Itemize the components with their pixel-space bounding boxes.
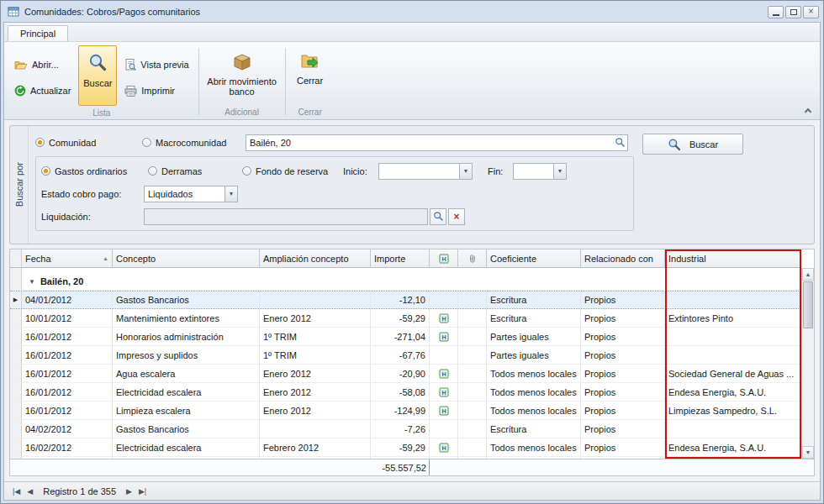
row-indicator: ▶ bbox=[10, 291, 22, 308]
cell-fecha: 16/02/2012 bbox=[22, 438, 113, 456]
radio-fondo-reserva[interactable]: Fondo de reserva bbox=[242, 166, 343, 176]
vista-previa-button[interactable]: Vista previa bbox=[119, 55, 194, 75]
chevron-down-icon[interactable]: ▼ bbox=[459, 164, 472, 179]
table-row[interactable]: 16/01/2012Impresos y suplidos1º TRIM-67,… bbox=[10, 346, 814, 365]
column-header-importe[interactable]: Importe bbox=[371, 249, 430, 268]
cell-fecha: 16/02/2012 bbox=[22, 457, 113, 459]
column-label: Industrial bbox=[668, 254, 706, 264]
column-header-ampliacion[interactable]: Ampliación concepto bbox=[260, 249, 371, 268]
cell-concepto: Mantenimiento extintores bbox=[113, 309, 260, 327]
panel-buscar-button[interactable]: Buscar bbox=[642, 134, 743, 155]
ribbon-group-cerrar: Cerrar Cerrar bbox=[287, 44, 334, 119]
buscar-button[interactable]: Buscar bbox=[78, 45, 117, 106]
table-row[interactable]: 16/02/2012Electricidad escaleraFebrero 2… bbox=[10, 438, 814, 457]
estado-combo[interactable]: Liquidados ▼ bbox=[144, 186, 238, 202]
radio-derramas[interactable]: Derramas bbox=[148, 166, 242, 176]
chevron-down-icon[interactable]: ▼ bbox=[553, 164, 566, 179]
cell-fecha: 16/01/2012 bbox=[22, 402, 113, 419]
chevron-down-icon[interactable]: ▼ bbox=[224, 186, 237, 202]
liquidacion-search-button[interactable] bbox=[430, 208, 446, 225]
liquidacion-clear-button[interactable]: × bbox=[448, 208, 465, 225]
abrir-movimiento-banco-button[interactable]: Abrir movimiento banco bbox=[204, 45, 280, 106]
bank-box-icon bbox=[232, 52, 252, 71]
cell-doc: H bbox=[430, 309, 458, 327]
liquidacion-input[interactable] bbox=[144, 208, 428, 225]
fin-date-picker[interactable]: ▼ bbox=[513, 163, 567, 180]
previous-record-button[interactable]: ◀ bbox=[24, 487, 36, 496]
table-row[interactable]: 04/02/2012Gastos Bancarios-7,26Escritura… bbox=[10, 420, 814, 438]
chevron-up-icon bbox=[805, 108, 811, 114]
cell-concepto: Gastos Bancarios bbox=[113, 420, 260, 438]
document-icon: H bbox=[439, 332, 449, 342]
results-grid: Fecha ▲ Concepto Ampliación concepto Imp… bbox=[9, 249, 815, 476]
grid-header: Fecha ▲ Concepto Ampliación concepto Imp… bbox=[10, 249, 814, 268]
comunidad-value: Bailén, 20 bbox=[250, 138, 612, 148]
cell-coeficiente: Todos menos locales bbox=[487, 365, 581, 382]
vertical-scrollbar[interactable]: ▲ ▼ bbox=[801, 268, 814, 459]
last-record-button[interactable]: ▶| bbox=[135, 487, 150, 496]
close-button[interactable]: × bbox=[803, 6, 819, 18]
table-row[interactable]: 16/01/2012Electricidad escaleraEnero 201… bbox=[10, 383, 814, 402]
column-header-adjunto[interactable] bbox=[458, 249, 487, 268]
radio-gastos-ordinarios[interactable]: Gastos ordinarios bbox=[41, 166, 148, 176]
radio-icon bbox=[148, 166, 157, 176]
cell-doc bbox=[430, 346, 458, 364]
table-row[interactable]: ▶04/01/2012Gastos Bancarios-12,10Escritu… bbox=[10, 291, 814, 309]
column-header-documento[interactable]: H bbox=[430, 249, 458, 268]
actualizar-button[interactable]: Actualizar bbox=[8, 81, 77, 101]
cell-coeficiente: Partes iguales bbox=[487, 346, 581, 364]
scrollbar-thumb[interactable] bbox=[803, 281, 813, 328]
tab-principal[interactable]: Principal bbox=[8, 25, 68, 41]
table-row[interactable]: 16/01/2012Agua escaleraEnero 2012-20,90H… bbox=[10, 365, 814, 383]
comunidad-input[interactable]: Bailén, 20 bbox=[246, 134, 628, 151]
comunidad-search-button[interactable] bbox=[612, 135, 627, 150]
scrollbar-track[interactable] bbox=[802, 281, 814, 446]
column-header-coeficiente[interactable]: Coeficiente bbox=[487, 249, 581, 268]
column-header-concepto[interactable]: Concepto bbox=[113, 249, 260, 268]
collapse-ribbon-button[interactable] bbox=[802, 104, 814, 116]
cell-concepto: Impresos y suplidos bbox=[113, 346, 260, 364]
column-header-industrial[interactable]: Industrial bbox=[665, 249, 801, 268]
collapse-group-icon[interactable]: ▼ bbox=[29, 278, 35, 286]
scroll-down-button[interactable]: ▼ bbox=[802, 446, 814, 459]
cell-industrial: Extintores Pinto bbox=[665, 309, 801, 327]
abrir-button[interactable]: Abrir... bbox=[8, 55, 77, 75]
minimize-button[interactable] bbox=[768, 6, 784, 18]
radio-gastos-label: Gastos ordinarios bbox=[55, 166, 127, 176]
cell-ampliacion: Febrero 2012 bbox=[260, 438, 371, 456]
first-record-button[interactable]: |◀ bbox=[9, 487, 24, 496]
group-content: ▼ Bailén, 20 bbox=[22, 268, 801, 290]
maximize-button[interactable] bbox=[785, 6, 801, 18]
cell-coeficiente: Todos menos locales bbox=[487, 383, 581, 401]
next-record-button[interactable]: ▶ bbox=[123, 487, 135, 496]
row-indicator bbox=[10, 383, 22, 401]
table-row[interactable]: 10/01/2012Mantenimiento extintoresEnero … bbox=[10, 309, 814, 328]
cell-coeficiente: Escritura bbox=[487, 420, 581, 438]
cell-coeficiente: Escritura bbox=[487, 291, 581, 308]
inicio-date-picker[interactable]: ▼ bbox=[378, 163, 473, 180]
scroll-up-button[interactable]: ▲ bbox=[802, 268, 814, 281]
table-row[interactable]: 16/01/2012Honorarios administración1º TR… bbox=[10, 328, 814, 346]
row-indicator bbox=[10, 309, 22, 327]
preview-icon bbox=[124, 59, 136, 71]
cell-industrial: Limpiezas Sampedro, S.L. bbox=[665, 402, 801, 419]
cerrar-button[interactable]: Cerrar bbox=[291, 45, 330, 106]
radio-macrocomunidad[interactable]: Macrocomunidad bbox=[142, 138, 246, 148]
cell-industrial: Endesa Energia, S.A.U. bbox=[665, 438, 801, 456]
cell-clip bbox=[458, 457, 487, 459]
close-icon: × bbox=[809, 8, 814, 16]
column-header-relacionado[interactable]: Relacionado con bbox=[581, 249, 665, 268]
cell-ampliacion: Enero 2012 bbox=[260, 402, 371, 419]
fin-label: Fin: bbox=[488, 166, 513, 176]
abrir-label: Abrir... bbox=[32, 60, 59, 70]
column-header-fecha[interactable]: Fecha ▲ bbox=[22, 249, 113, 268]
cell-ampliacion: Enero 2012 bbox=[260, 309, 371, 327]
cell-fecha: 16/01/2012 bbox=[22, 346, 113, 364]
table-row[interactable]: 16/02/2012Limpieza escaleraFebrero 2012-… bbox=[10, 457, 814, 459]
table-row[interactable]: 16/01/2012Limpieza escaleraEnero 2012-12… bbox=[10, 402, 814, 420]
abrir-movimiento-banco-label: Abrir movimiento banco bbox=[205, 76, 279, 97]
group-row[interactable]: ▼ Bailén, 20 bbox=[10, 268, 814, 291]
radio-comunidad[interactable]: Comunidad bbox=[35, 138, 142, 148]
imprimir-button[interactable]: Imprimir bbox=[119, 81, 194, 101]
ribbon-tabs: Principal bbox=[4, 23, 820, 41]
